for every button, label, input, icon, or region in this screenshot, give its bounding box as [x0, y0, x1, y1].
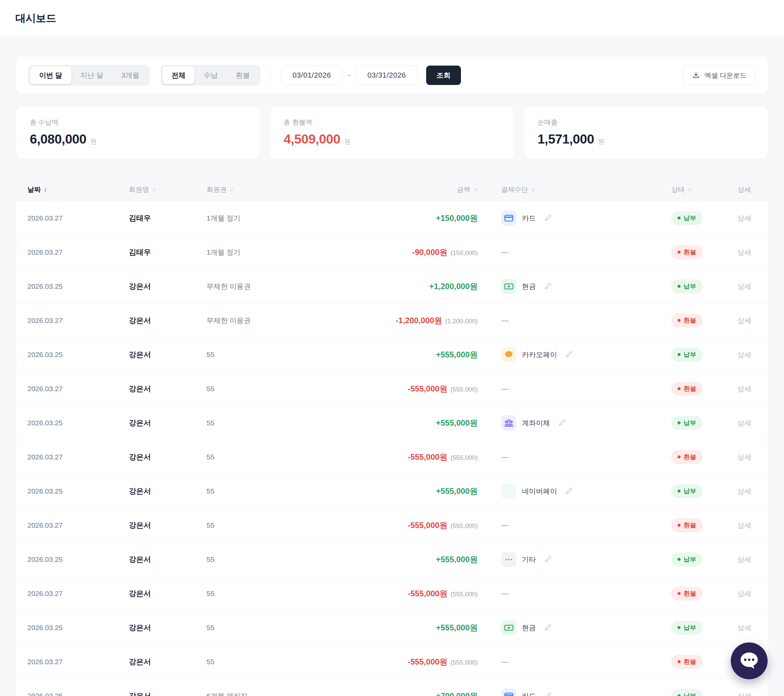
- column-header-method[interactable]: 결제수단↓↑: [478, 185, 665, 194]
- cell-status: 환불: [665, 382, 732, 396]
- status-dot-icon: [677, 353, 680, 356]
- edit-pencil-icon[interactable]: [564, 350, 573, 359]
- amount-value: -1,200,000원: [396, 315, 442, 326]
- blank-icon: [501, 484, 516, 499]
- edit-pencil-icon[interactable]: [564, 487, 573, 495]
- table-row: 2026.03.27 강은서 55 -555,000원 (555,000) — …: [16, 372, 768, 406]
- amount-value: -555,000원: [408, 452, 448, 462]
- status-dot-icon: [677, 558, 680, 561]
- edit-pencil-icon[interactable]: [557, 418, 567, 427]
- column-header-date[interactable]: 날짜↓: [28, 185, 129, 194]
- detail-link[interactable]: 상세: [732, 691, 756, 696]
- cell-date: 2026.03.27: [28, 658, 129, 666]
- cell-date: 2026.03.27: [28, 214, 129, 222]
- cell-status: 환불: [665, 587, 732, 601]
- cell-status: 환불: [665, 450, 732, 464]
- type-tab[interactable]: 전체: [162, 67, 194, 84]
- column-header-amount[interactable]: 금액↓↑: [380, 185, 478, 194]
- detail-link[interactable]: 상세: [732, 589, 756, 598]
- status-badge: 납부: [671, 280, 703, 293]
- date-from-input[interactable]: [281, 66, 343, 85]
- type-tab[interactable]: 환불: [227, 67, 259, 84]
- column-header-status[interactable]: 상태↓↑: [665, 185, 732, 194]
- period-tab[interactable]: 지난 달: [71, 67, 112, 84]
- edit-pencil-icon[interactable]: [543, 214, 552, 222]
- cell-status: 환불: [665, 655, 732, 669]
- detail-link[interactable]: 상세: [732, 623, 756, 632]
- search-button[interactable]: 조회: [426, 66, 461, 85]
- no-payment-method: —: [501, 521, 509, 530]
- status-badge: 납부: [671, 348, 703, 362]
- cell-member-name: 강은서: [129, 657, 206, 667]
- type-tab[interactable]: 수납: [194, 67, 227, 84]
- table-row: 2026.03.25 강은서 55 +555,000원 기타 납부 상세: [16, 542, 768, 576]
- cell-amount: +700,000원: [380, 691, 478, 696]
- excel-download-label: 엑셀 다운로드: [704, 71, 746, 80]
- sort-icon: ↓↑: [230, 186, 233, 193]
- status-badge: 환불: [671, 382, 703, 396]
- detail-link[interactable]: 상세: [732, 350, 756, 359]
- status-badge: 환불: [671, 245, 703, 259]
- status-dot-icon: [677, 421, 680, 424]
- detail-link[interactable]: 상세: [732, 487, 756, 496]
- card-label: 총 환불액: [283, 118, 500, 127]
- detail-link[interactable]: 상세: [732, 248, 756, 257]
- status-badge: 납부: [671, 553, 703, 566]
- column-header-membership[interactable]: 회원권↓↑: [206, 185, 380, 194]
- edit-pencil-icon[interactable]: [543, 691, 552, 696]
- status-badge: 납부: [671, 689, 703, 696]
- cell-membership: 55: [206, 419, 380, 427]
- column-header-name[interactable]: 회원명↓↑: [129, 185, 206, 194]
- no-payment-method: —: [501, 316, 509, 325]
- status-label: 납부: [684, 624, 696, 632]
- cell-member-name: 강은서: [129, 623, 206, 633]
- transactions-table: 날짜↓회원명↓↑회원권↓↑금액↓↑결제수단↓↑상태↓↑상세 2026.03.27…: [16, 178, 768, 696]
- table-row: 2026.03.25 강은서 무제한 이용권 +1,200,000원 현금 납부…: [16, 269, 768, 303]
- detail-link[interactable]: 상세: [732, 418, 756, 428]
- status-label: 환불: [684, 385, 696, 393]
- cell-member-name: 김태우: [129, 213, 206, 223]
- edit-pencil-icon[interactable]: [543, 555, 552, 564]
- cell-amount: +555,000원: [380, 486, 478, 497]
- no-payment-method: —: [501, 658, 509, 666]
- detail-link[interactable]: 상세: [732, 452, 756, 462]
- download-icon: [692, 71, 700, 79]
- status-label: 납부: [684, 419, 696, 427]
- excel-download-button[interactable]: 엑셀 다운로드: [683, 66, 756, 85]
- status-badge: 납부: [671, 211, 703, 225]
- cell-date: 2026.03.27: [28, 453, 129, 461]
- edit-pencil-icon[interactable]: [543, 282, 552, 291]
- cell-status: 납부: [665, 211, 732, 225]
- chat-fab-button[interactable]: [731, 642, 768, 679]
- detail-link[interactable]: 상세: [732, 384, 756, 393]
- table-row: 2026.03.27 강은서 55 -555,000원 (555,000) — …: [16, 440, 768, 474]
- status-label: 납부: [684, 350, 696, 359]
- cell-status: 환불: [665, 518, 732, 532]
- payment-method-label: 네이버페이: [522, 487, 557, 496]
- detail-link[interactable]: 상세: [732, 282, 756, 291]
- detail-link[interactable]: 상세: [732, 521, 756, 530]
- table-row: 2026.03.25 강은서 55 +555,000원 현금 납부 상세: [16, 610, 768, 645]
- amount-original: (555,000): [451, 386, 478, 393]
- detail-link[interactable]: 상세: [732, 555, 756, 564]
- period-tab[interactable]: 이번 달: [30, 67, 71, 84]
- amount-value: -555,000원: [408, 588, 448, 599]
- sort-icon: ↓↑: [152, 186, 155, 193]
- status-dot-icon: [677, 456, 680, 458]
- period-tab[interactable]: 3개월: [112, 67, 149, 84]
- status-badge: 환불: [671, 450, 703, 464]
- amount-value: -555,000원: [408, 520, 448, 531]
- cell-payment-method: 카드: [478, 211, 665, 225]
- status-label: 환불: [684, 658, 696, 666]
- payment-method-label: 기타: [522, 555, 536, 564]
- edit-pencil-icon[interactable]: [543, 623, 552, 632]
- payment-method-label: 카드: [522, 691, 536, 696]
- detail-link[interactable]: 상세: [732, 214, 756, 223]
- cell-date: 2026.03.27: [28, 522, 129, 529]
- cell-amount: -555,000원 (555,000): [380, 520, 478, 531]
- status-badge: 환불: [671, 518, 703, 532]
- date-to-input[interactable]: [356, 66, 417, 85]
- cell-payment-method: 기타: [478, 552, 665, 567]
- detail-link[interactable]: 상세: [732, 316, 756, 325]
- summary-cards: 총 수납액 6,080,000 원 총 환불액 4,509,000 원 순매출 …: [16, 107, 768, 159]
